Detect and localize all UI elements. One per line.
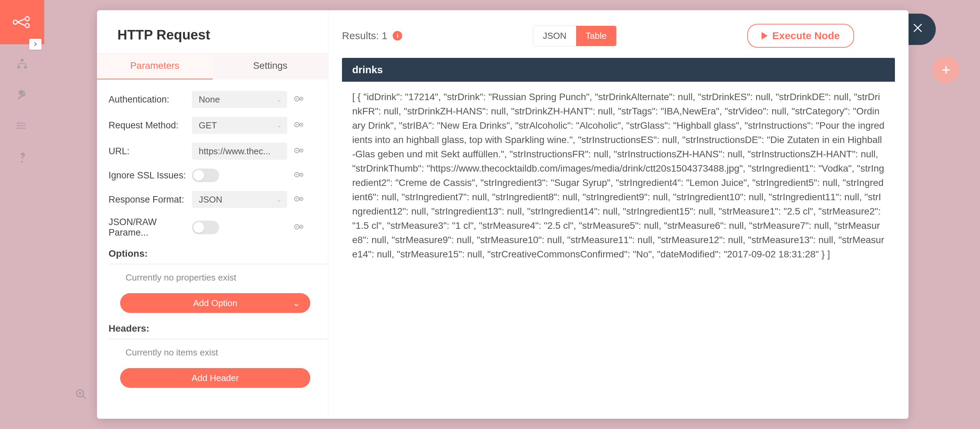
table-cell[interactable]: [ { "idDrink": "17214", "strDrink": "Rus… — [342, 82, 895, 270]
svg-point-42 — [301, 198, 302, 199]
svg-point-26 — [301, 98, 302, 99]
close-icon — [912, 22, 924, 37]
headers-section-label: Headers: — [108, 323, 328, 339]
view-table-button[interactable]: Table — [576, 26, 616, 46]
svg-rect-6 — [18, 66, 21, 69]
svg-point-1 — [25, 17, 29, 21]
svg-line-4 — [18, 22, 25, 26]
method-label: Request Method: — [108, 120, 192, 131]
respformat-select[interactable]: JSON⌄ — [192, 191, 287, 208]
execute-node-button[interactable]: Execute Node — [747, 24, 854, 48]
svg-point-32 — [296, 150, 298, 151]
headers-empty-text: Currently no items exist — [108, 344, 322, 365]
executions-icon[interactable] — [17, 121, 27, 132]
config-tabs: Parameters Settings — [97, 53, 328, 79]
svg-point-34 — [301, 150, 302, 151]
add-option-button[interactable]: Add Option⌄ — [120, 293, 310, 313]
authentication-label: Authentication: — [108, 94, 192, 105]
workflow-icon[interactable] — [16, 58, 28, 71]
gear-icon[interactable] — [294, 195, 304, 204]
svg-point-46 — [301, 226, 302, 227]
gear-icon[interactable] — [294, 171, 304, 180]
svg-point-13 — [18, 128, 18, 129]
svg-rect-5 — [21, 59, 24, 61]
view-toggle: JSON Table — [533, 26, 617, 46]
chevron-down-icon: ⌄ — [293, 298, 300, 308]
app-logo[interactable] — [0, 0, 44, 44]
svg-point-38 — [301, 174, 302, 175]
options-section-label: Options: — [108, 248, 328, 264]
method-select[interactable]: GET⌄ — [192, 117, 287, 134]
modal-title: HTTP Request — [118, 27, 311, 43]
add-node-button[interactable]: + — [932, 56, 959, 83]
authentication-select[interactable]: None⌄ — [192, 91, 287, 108]
chevron-down-icon: ⌄ — [277, 121, 282, 129]
svg-point-24 — [296, 98, 298, 99]
svg-point-12 — [18, 125, 18, 126]
jsonraw-label: JSON/RAW Parame... — [108, 217, 192, 238]
svg-point-40 — [296, 198, 298, 199]
svg-point-0 — [13, 20, 18, 24]
svg-point-44 — [296, 226, 298, 227]
respformat-label: Response Format: — [108, 195, 192, 205]
table-header: drinks — [342, 58, 895, 82]
tab-parameters[interactable]: Parameters — [97, 53, 213, 79]
add-header-button[interactable]: Add Header — [120, 368, 310, 388]
chevron-down-icon: ⌄ — [277, 96, 282, 103]
credentials-icon[interactable] — [17, 90, 27, 102]
config-pane: HTTP Request Parameters Settings Authent… — [97, 10, 328, 419]
gear-icon[interactable] — [294, 121, 304, 130]
url-label: URL: — [108, 146, 192, 156]
svg-point-2 — [25, 24, 29, 27]
svg-point-11 — [18, 123, 18, 124]
options-empty-text: Currently no properties exist — [108, 269, 322, 290]
gear-icon[interactable] — [294, 223, 304, 232]
gear-icon[interactable] — [294, 147, 304, 156]
svg-point-36 — [296, 174, 298, 175]
zoom-in-icon[interactable] — [75, 388, 87, 402]
ssl-toggle[interactable] — [192, 169, 219, 182]
jsonraw-toggle[interactable] — [192, 221, 219, 234]
results-pane: Results: 1 i JSON Table Execute Node dri… — [328, 10, 908, 419]
svg-rect-7 — [24, 66, 27, 69]
svg-line-15 — [83, 396, 86, 399]
sidebar-expand-button[interactable] — [29, 39, 41, 50]
help-icon[interactable] — [18, 151, 27, 166]
node-modal: HTTP Request Parameters Settings Authent… — [97, 10, 908, 419]
results-count: Results: 1 i — [342, 30, 402, 41]
svg-line-3 — [18, 19, 25, 22]
results-table: drinks [ { "idDrink": "17214", "strDrink… — [342, 58, 895, 270]
svg-point-28 — [296, 124, 298, 125]
gear-icon[interactable] — [294, 95, 304, 104]
tab-settings[interactable]: Settings — [213, 53, 328, 79]
svg-point-30 — [301, 124, 302, 125]
view-json-button[interactable]: JSON — [533, 26, 576, 46]
play-icon — [762, 32, 768, 40]
url-input[interactable]: https://www.thec... — [192, 143, 287, 159]
ssl-label: Ignore SSL Issues: — [108, 170, 192, 181]
sidebar — [0, 0, 44, 429]
chevron-down-icon: ⌄ — [277, 196, 282, 203]
info-icon[interactable]: i — [393, 31, 402, 40]
